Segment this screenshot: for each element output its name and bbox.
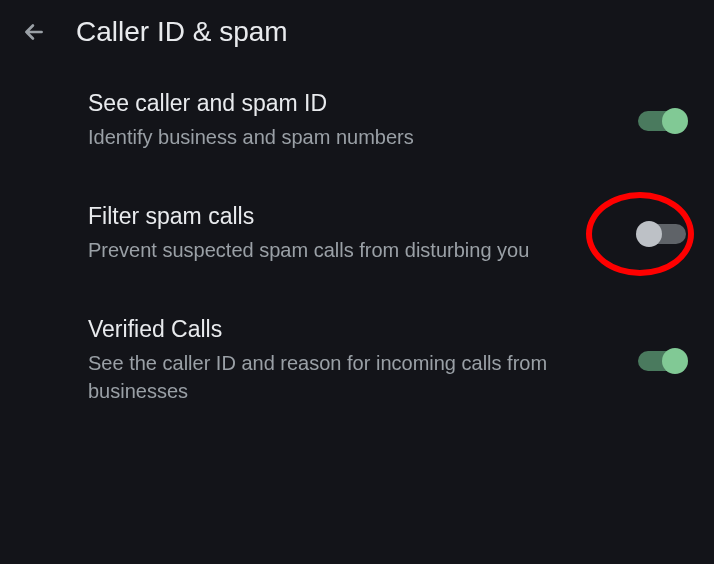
toggle-wrapper	[638, 111, 686, 131]
setting-title: See caller and spam ID	[88, 90, 598, 117]
toggle-wrapper	[638, 351, 686, 371]
setting-title: Filter spam calls	[88, 203, 598, 230]
setting-text: Filter spam calls Prevent suspected spam…	[88, 203, 638, 264]
setting-text: Verified Calls See the caller ID and rea…	[88, 316, 638, 405]
toggle-thumb	[662, 348, 688, 374]
back-button[interactable]	[20, 18, 48, 46]
toggle-wrapper	[638, 224, 686, 244]
toggle-thumb	[636, 221, 662, 247]
settings-list: See caller and spam ID Identify business…	[0, 64, 714, 431]
setting-description: See the caller ID and reason for incomin…	[88, 349, 598, 405]
setting-verified-calls[interactable]: Verified Calls See the caller ID and rea…	[20, 290, 694, 431]
header: Caller ID & spam	[0, 0, 714, 64]
setting-title: Verified Calls	[88, 316, 598, 343]
toggle-filter-spam[interactable]	[638, 224, 686, 244]
setting-filter-spam[interactable]: Filter spam calls Prevent suspected spam…	[20, 177, 694, 290]
page-title: Caller ID & spam	[76, 16, 288, 48]
toggle-verified-calls[interactable]	[638, 351, 686, 371]
setting-see-caller-id[interactable]: See caller and spam ID Identify business…	[20, 64, 694, 177]
setting-text: See caller and spam ID Identify business…	[88, 90, 638, 151]
arrow-left-icon	[21, 19, 47, 45]
setting-description: Prevent suspected spam calls from distur…	[88, 236, 598, 264]
toggle-see-caller-id[interactable]	[638, 111, 686, 131]
toggle-thumb	[662, 108, 688, 134]
setting-description: Identify business and spam numbers	[88, 123, 598, 151]
